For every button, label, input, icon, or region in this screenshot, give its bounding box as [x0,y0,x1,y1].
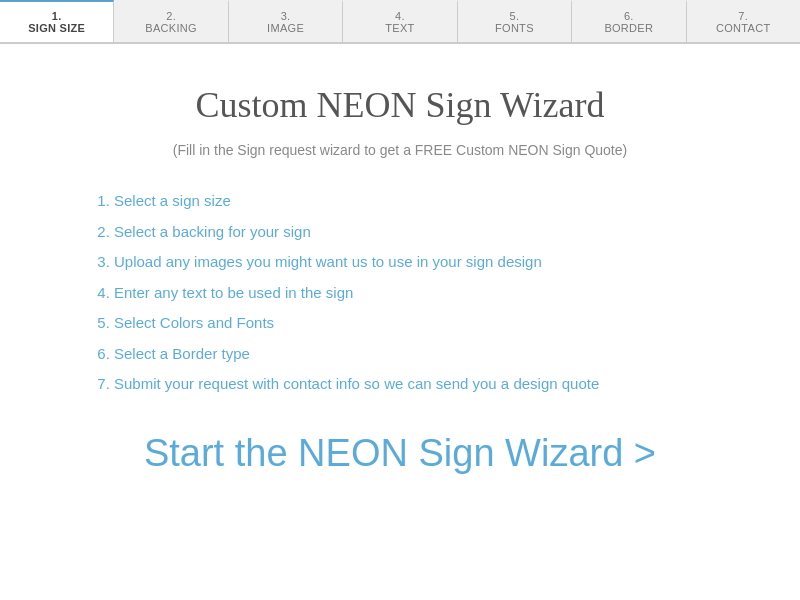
tab-image-number: 3. [233,10,338,22]
page-title: Custom NEON Sign Wizard [90,84,710,126]
list-item: Submit your request with contact info so… [114,373,710,396]
tab-backing-label: BACKING [145,22,197,34]
step-5-text: Select Colors and Fonts [114,314,274,331]
tab-image[interactable]: 3. IMAGE [229,0,343,42]
step-4-text: Enter any text to be used in the sign [114,284,353,301]
list-item: Select a Border type [114,343,710,366]
subtitle: (Fill in the Sign request wizard to get … [90,142,710,158]
step-3-text: Upload any images you might want us to u… [114,253,542,270]
content-box: Custom NEON Sign Wizard (Fill in the Sig… [90,84,710,475]
tab-image-label: IMAGE [267,22,304,34]
start-wizard-link[interactable]: Start the NEON Sign Wizard > [90,432,710,475]
tab-sign-size-number: 1. [4,10,109,22]
list-item: Upload any images you might want us to u… [114,251,710,274]
list-item: Select a backing for your sign [114,221,710,244]
tab-sign-size-label: SIGN SIZE [28,22,85,34]
list-item: Enter any text to be used in the sign [114,282,710,305]
tab-backing[interactable]: 2. BACKING [114,0,228,42]
step-7-text: Submit your request with contact info so… [114,375,599,392]
tab-fonts-number: 5. [462,10,567,22]
tab-contact[interactable]: 7. CONTACT [687,0,800,42]
tab-border-label: BORDER [604,22,653,34]
step-6-text: Select a Border type [114,345,250,362]
list-item: Select a sign size [114,190,710,213]
step-1-text: Select a sign size [114,192,231,209]
tab-sign-size[interactable]: 1. SIGN SIZE [0,0,114,42]
tab-fonts[interactable]: 5. FONTS [458,0,572,42]
tab-backing-number: 2. [118,10,223,22]
step-2-text: Select a backing for your sign [114,223,311,240]
tab-border[interactable]: 6. BORDER [572,0,686,42]
steps-list: Select a sign size Select a backing for … [90,190,710,396]
tab-bar: 1. SIGN SIZE 2. BACKING 3. IMAGE 4. TEXT… [0,0,800,44]
page-wrapper: 1. SIGN SIZE 2. BACKING 3. IMAGE 4. TEXT… [0,0,800,600]
list-item: Select Colors and Fonts [114,312,710,335]
tab-contact-number: 7. [691,10,796,22]
tab-contact-label: CONTACT [716,22,770,34]
main-content: Custom NEON Sign Wizard (Fill in the Sig… [0,44,800,600]
tab-text-number: 4. [347,10,452,22]
tab-text-label: TEXT [385,22,414,34]
tab-text[interactable]: 4. TEXT [343,0,457,42]
tab-fonts-label: FONTS [495,22,534,34]
tab-border-number: 6. [576,10,681,22]
